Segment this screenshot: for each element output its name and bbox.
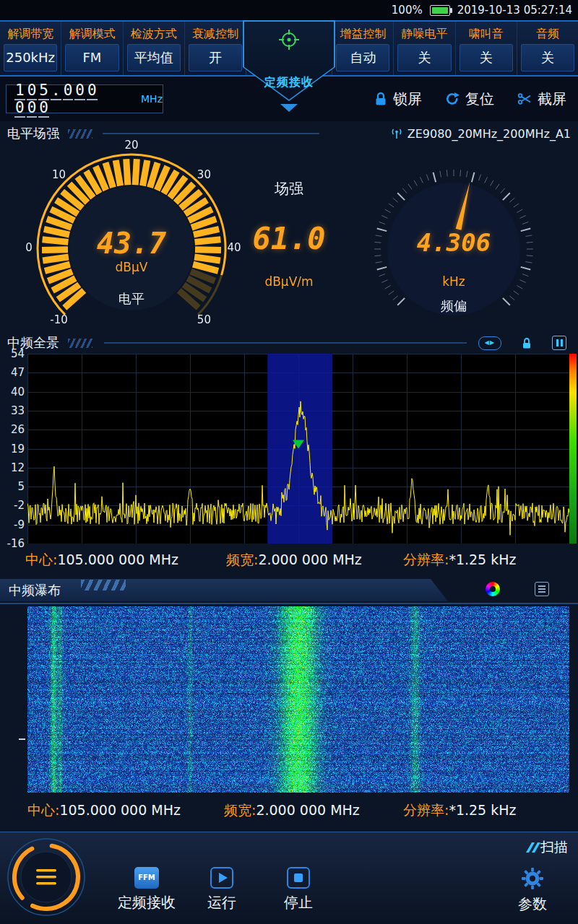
spectrum-footer: 中心:105.000 000 MHz 频宽:2.000 000 MHz 分辨率:…: [0, 544, 578, 574]
play-icon: [210, 867, 233, 889]
field-strength-label: 场强: [238, 179, 340, 199]
antenna-icon: [391, 128, 402, 139]
deviation-label: 频偏: [381, 297, 526, 315]
hatch-decoration: [68, 339, 92, 348]
lock-screen-button[interactable]: 锁屏: [374, 90, 422, 109]
gain-control-value[interactable]: 自动: [336, 44, 389, 71]
status-bar: 100% 2019-10-13 05:27:14: [0, 0, 578, 20]
toolbar-label: 衰减控制: [185, 25, 246, 42]
if-waterfall-panel: 中频瀑布 中心:105.000 000 MHz 频宽:2.000 000 MHz…: [0, 574, 578, 832]
trace-hold-icon[interactable]: [552, 336, 566, 350]
rbw-value: *1.25 kHz: [449, 552, 516, 567]
reset-button[interactable]: 复位: [445, 90, 494, 109]
toolbar-demod-mode: 解调模式 FM: [61, 22, 123, 75]
intensity-colorbar: [569, 354, 577, 544]
ffm-button[interactable]: FFM 定频接收: [114, 867, 179, 912]
y-tick: 54: [1, 347, 25, 360]
spectrum-header-icons: ◀▶: [478, 336, 566, 350]
deviation-unit: kHz: [381, 274, 526, 289]
toolbar-label: 检波方式: [124, 25, 184, 42]
header-line: [0, 603, 578, 604]
frequency-display[interactable]: 105.000 000 MHz: [6, 84, 163, 113]
panel-title: 中频瀑布: [9, 582, 61, 599]
spectrum-panel-header: 中频全景 ◀▶: [0, 331, 578, 355]
y-tick: 19: [1, 443, 25, 456]
toolbar-demod-bandwidth: 解调带宽 250kHz: [0, 22, 61, 75]
toolbar-label: 啸叫音: [456, 25, 517, 42]
spectrum-canvas[interactable]: [27, 354, 569, 544]
toolbar-gain-control: 增益控制 自动: [332, 22, 394, 75]
list-icon[interactable]: [535, 582, 549, 596]
toolbar-label: 静噪电平: [394, 25, 454, 42]
ffm-icon: FFM: [134, 867, 159, 889]
center-freq-label: 中心:: [25, 552, 57, 567]
toolbar-squelch: 静噪电平 关: [394, 22, 455, 75]
y-tick: -2: [1, 499, 25, 512]
demod-bandwidth-value[interactable]: 250kHz: [4, 44, 57, 71]
menu-button[interactable]: [6, 837, 87, 918]
center-freq-value: 105.000 000 MHz: [59, 802, 181, 818]
params-button[interactable]: 参数: [500, 867, 565, 914]
fixed-frequency-receive-badge[interactable]: 定频接收: [243, 20, 335, 101]
level-label: 电平: [74, 290, 189, 308]
toolbar-detection-mode: 检波方式 平均值: [124, 22, 185, 75]
span-value: 2.000 000 MHz: [258, 552, 361, 567]
toolbar-audio: 音频 关: [517, 22, 578, 75]
toolbar-attenuation: 衰减控制 开: [185, 22, 246, 75]
span-arrows-icon[interactable]: ◀▶: [478, 336, 501, 350]
frequency-unit: MHz: [141, 93, 163, 105]
span-value: 2.000 000 MHz: [256, 802, 359, 818]
battery-percent: 100%: [392, 4, 423, 17]
hold-lock-icon[interactable]: [522, 337, 532, 349]
toolbar-label: 增益控制: [332, 25, 393, 42]
y-tick: -9: [1, 518, 25, 531]
hatch-decoration: [81, 580, 126, 590]
y-tick: 33: [1, 404, 25, 417]
center-freq-label: 中心:: [27, 802, 59, 818]
scan-tab[interactable]: 扫描: [529, 838, 568, 857]
gear-icon: [520, 867, 545, 890]
deviation-value: 4.306: [381, 228, 526, 257]
level-field-panel: 电平场强 ZE9080_20MHz_200MHz_A1 43.7 dBμV 电平…: [0, 121, 578, 331]
axis-tick: [19, 738, 25, 740]
stop-icon: [287, 867, 310, 889]
scan-label: 扫描: [540, 838, 568, 857]
howl-tone-value[interactable]: 关: [460, 44, 513, 71]
rbw-label: 分辨率:: [403, 802, 449, 818]
button-label: 停止: [266, 893, 331, 912]
reset-icon: [445, 92, 460, 106]
squelch-value[interactable]: 关: [397, 44, 451, 71]
toolbar-label: 解调模式: [61, 25, 122, 42]
quick-buttons: 锁屏 复位 截屏: [374, 77, 566, 121]
stop-button[interactable]: 停止: [266, 867, 331, 912]
toolbar-label: 音频: [517, 25, 578, 42]
field-strength-value: 61.0: [238, 221, 340, 256]
y-tick: 40: [1, 385, 25, 398]
span-label: 频宽:: [224, 802, 256, 818]
spectrum-plot-area: [27, 354, 569, 544]
app-screen: 100% 2019-10-13 05:27:14 解调带宽 250kHz 解调模…: [0, 0, 578, 924]
button-label: 参数: [500, 894, 565, 914]
target-icon: [278, 29, 300, 51]
hatch-decoration: [68, 129, 92, 139]
rbw-value: *1.25 kHz: [449, 802, 516, 818]
toolbar-label: 解调带宽: [0, 25, 61, 42]
header-line: [103, 133, 319, 134]
run-button[interactable]: 运行: [189, 867, 254, 912]
y-tick: 12: [1, 461, 25, 474]
waterfall-footer: 中心:105.000 000 MHz 频宽:2.000 000 MHz 分辨率:…: [0, 794, 578, 824]
screenshot-button[interactable]: 截屏: [517, 90, 566, 109]
waterfall-canvas[interactable]: [27, 606, 569, 793]
field-strength-unit: dBμV/m: [238, 274, 340, 289]
toolbar-howl-tone: 啸叫音 关: [456, 22, 517, 75]
detection-mode-value[interactable]: 平均值: [127, 44, 181, 71]
palette-icon[interactable]: [486, 582, 500, 596]
attenuation-value[interactable]: 开: [189, 44, 242, 71]
y-tick: 47: [1, 366, 25, 379]
badge-pointer: [280, 104, 298, 112]
audio-value[interactable]: 关: [521, 44, 574, 71]
lock-icon: [374, 92, 387, 106]
battery-icon: [430, 5, 450, 16]
badge-label: 定频接收: [243, 75, 335, 90]
demod-mode-value[interactable]: FM: [65, 44, 118, 71]
